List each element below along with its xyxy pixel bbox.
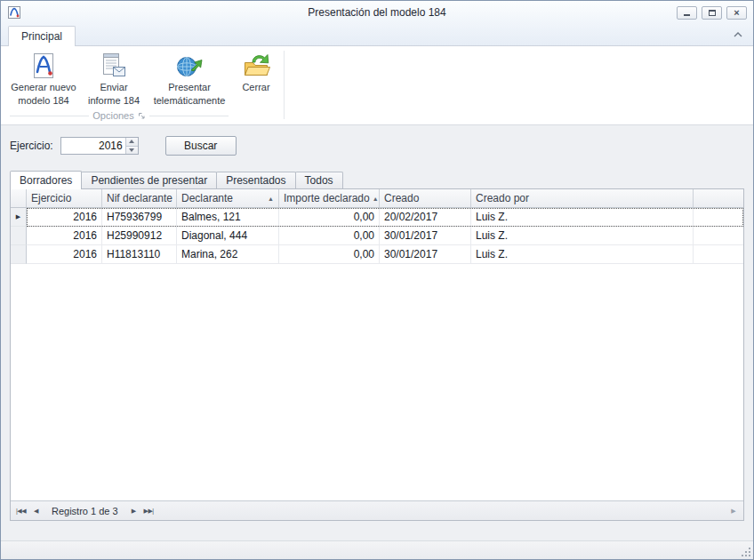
filter-row: Ejercicio: Buscar <box>10 136 744 156</box>
ribbon-group-separator <box>284 51 285 119</box>
next-record-button[interactable]: ▶ <box>126 504 141 518</box>
column-header-creado-por[interactable]: Creado por <box>471 189 694 207</box>
column-header-nif-declarante[interactable]: Nif declarante <box>102 189 177 207</box>
grid-header: Ejercicio Nif declarante Declarante▲ Imp… <box>11 189 743 208</box>
first-record-button[interactable]: |◀◀ <box>13 504 28 518</box>
ribbon-group-cerrar: Cerrar <box>232 49 280 124</box>
cell-nif-declarante[interactable]: H11813110 <box>102 245 177 264</box>
generar-nuevo-modelo-button[interactable]: Generar nuevo modelo 184 <box>8 49 79 107</box>
cell-importe-declarado[interactable]: 0,00 <box>279 227 380 245</box>
globe-upload-icon <box>175 52 204 80</box>
dialog-launcher-icon <box>138 112 146 120</box>
button-label: Presentar <box>168 82 211 93</box>
tab-todos[interactable]: Todos <box>295 172 343 188</box>
ribbon-tab-principal[interactable]: Principal <box>8 26 76 46</box>
cell-importe-declarado[interactable]: 0,00 <box>279 245 380 264</box>
cell-creado-por[interactable]: Luis Z. <box>471 208 694 227</box>
chevron-up-icon <box>734 32 742 37</box>
row-indicator <box>11 227 27 245</box>
header-indicator-cell <box>11 189 27 207</box>
buscar-button[interactable]: Buscar <box>165 136 237 156</box>
cell-ejercicio[interactable]: 2016 <box>27 208 102 227</box>
tab-pendientes-de-presentar[interactable]: Pendientes de presentar <box>81 172 217 188</box>
titlebar[interactable]: Presentación del modelo 184 × <box>1 1 753 24</box>
previous-record-button[interactable]: ◀ <box>28 504 44 518</box>
row-cells: 2016 H75936799 Balmes, 121 0,00 20/02/20… <box>27 208 743 227</box>
column-header-declarante[interactable]: Declarante▲ <box>177 189 279 207</box>
horizontal-scrollbar-track[interactable] <box>156 501 726 520</box>
row-cells: 2016 H25990912 Diagonal, 444 0,00 30/01/… <box>27 227 743 245</box>
minimize-button[interactable] <box>677 6 697 20</box>
window-title: Presentación del modelo 184 <box>1 6 753 19</box>
cell-filler <box>694 227 743 245</box>
spin-up-button[interactable] <box>126 138 138 146</box>
group-caption-label: Opciones <box>92 110 133 121</box>
collapse-ribbon-button[interactable] <box>730 29 746 40</box>
sort-asc-icon: ▲ <box>265 196 274 202</box>
button-label: Enviar <box>100 82 127 93</box>
button-label: informe 184 <box>88 95 140 107</box>
header-label: Declarante <box>181 192 233 204</box>
cell-importe-declarado[interactable]: 0,00 <box>279 208 380 227</box>
cell-creado-por[interactable]: Luis Z. <box>471 245 694 264</box>
new-model-document-icon <box>29 52 58 80</box>
ejercicio-spinedit[interactable] <box>60 137 139 155</box>
form-content: Ejercicio: Buscar Borradores Pendientes … <box>1 136 753 521</box>
data-grid: Ejercicio Nif declarante Declarante▲ Imp… <box>10 188 744 521</box>
row-cells: 2016 H11813110 Marina, 262 0,00 30/01/20… <box>27 245 743 264</box>
cell-declarante[interactable]: Diagonal, 444 <box>177 227 279 245</box>
ribbon: Generar nuevo modelo 184 Enviar <box>1 46 753 125</box>
column-header-importe-declarado[interactable]: Importe declarado▲ <box>279 189 380 207</box>
tab-borradores[interactable]: Borradores <box>10 171 82 189</box>
maximize-icon <box>709 10 716 16</box>
close-button[interactable]: × <box>726 6 747 20</box>
cell-declarante[interactable]: Balmes, 121 <box>177 208 279 227</box>
cell-filler <box>694 208 743 227</box>
minimize-icon <box>684 14 690 16</box>
presentar-telematicamente-button[interactable]: Presentar telemáticamente <box>148 49 230 107</box>
app-window: Presentación del modelo 184 × Principal <box>0 0 754 560</box>
cell-creado[interactable]: 30/01/2017 <box>380 245 471 264</box>
ejercicio-input[interactable] <box>61 138 125 154</box>
record-navigator: |◀◀ ◀ Registro 1 de 3 ▶ ▶▶| ▶ <box>11 500 743 520</box>
cell-nif-declarante[interactable]: H75936799 <box>102 208 177 227</box>
column-header-creado[interactable]: Creado <box>380 189 471 207</box>
cell-ejercicio[interactable]: 2016 <box>27 245 102 264</box>
enviar-informe-button[interactable]: Enviar informe 184 <box>83 49 145 107</box>
cell-filler <box>694 245 743 264</box>
spin-buttons <box>125 138 138 154</box>
button-label: modelo 184 <box>18 95 69 107</box>
last-record-button[interactable]: ▶▶| <box>141 504 156 518</box>
tab-presentados[interactable]: Presentados <box>216 172 295 188</box>
close-folder-icon <box>242 52 270 80</box>
grid-row-2[interactable]: 2016 H25990912 Diagonal, 444 0,00 30/01/… <box>11 227 743 245</box>
cell-creado[interactable]: 30/01/2017 <box>380 227 471 245</box>
caption-line <box>10 116 89 116</box>
app-icon <box>7 5 21 20</box>
window-controls: × <box>677 6 747 20</box>
resize-grip[interactable] <box>741 547 751 557</box>
window-chrome: Presentación del modelo 184 × Principal <box>1 1 753 46</box>
grid-row-1[interactable]: ▶ 2016 H75936799 Balmes, 121 0,00 20/02/… <box>11 208 743 227</box>
maximize-button[interactable] <box>702 6 722 20</box>
button-label: telemáticamente <box>154 95 226 107</box>
cerrar-button[interactable]: Cerrar <box>234 49 278 95</box>
ribbon-group-caption: Opciones <box>6 109 232 124</box>
ribbon-tab-row: Principal <box>1 24 753 46</box>
record-count-label: Registro 1 de 3 <box>52 506 118 516</box>
send-report-icon <box>100 52 128 80</box>
spin-up-icon <box>129 140 134 143</box>
grid-row-3[interactable]: 2016 H11813110 Marina, 262 0,00 30/01/20… <box>11 245 743 264</box>
row-indicator <box>11 245 27 264</box>
cell-ejercicio[interactable]: 2016 <box>27 227 102 245</box>
cell-declarante[interactable]: Marina, 262 <box>177 245 279 264</box>
close-icon: × <box>734 8 739 18</box>
header-label: Ejercicio <box>31 192 71 204</box>
cell-nif-declarante[interactable]: H25990912 <box>102 227 177 245</box>
scroll-right-button[interactable]: ▶ <box>726 508 741 515</box>
cell-creado-por[interactable]: Luis Z. <box>471 227 694 245</box>
column-header-ejercicio[interactable]: Ejercicio <box>27 189 102 207</box>
caption-line <box>149 116 229 116</box>
cell-creado[interactable]: 20/02/2017 <box>380 208 471 227</box>
spin-down-button[interactable] <box>126 146 138 155</box>
